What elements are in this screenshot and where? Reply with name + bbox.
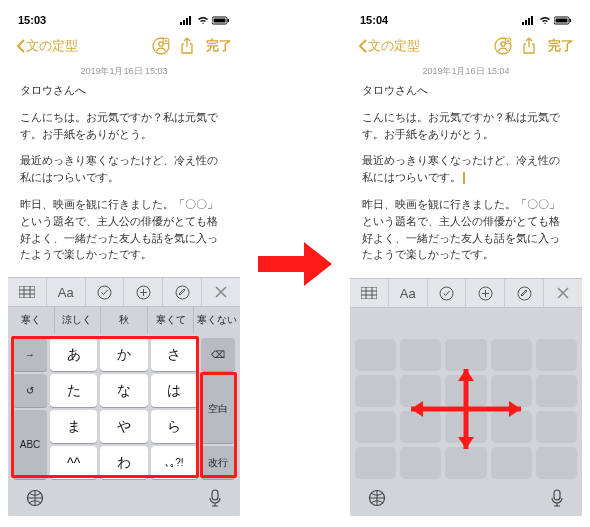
suggestion[interactable]: 涼しく	[55, 307, 102, 333]
kana-keyboard: → あ か さ ⌫ ↺ た な は 空白 ABC ま や ら ^^ わ ､	[10, 335, 238, 482]
svg-rect-22	[556, 18, 568, 22]
mic-icon[interactable]	[208, 489, 222, 511]
text-format-button[interactable]: Aa	[47, 278, 86, 306]
key-delete[interactable]: ⌫	[201, 338, 235, 371]
key-ta[interactable]: た	[50, 374, 97, 407]
close-icon[interactable]	[544, 279, 582, 307]
suggestion[interactable]: 寒くて	[148, 307, 195, 333]
back-label: 文の定型	[368, 37, 420, 55]
signal-icon	[180, 16, 194, 25]
trackpad-area[interactable]	[350, 334, 582, 484]
done-button[interactable]: 完了	[548, 37, 574, 55]
table-icon[interactable]	[350, 279, 389, 307]
key-abc[interactable]: ABC	[13, 410, 47, 479]
text-format-button[interactable]: Aa	[389, 279, 428, 307]
status-indicators	[522, 16, 572, 25]
close-icon[interactable]	[202, 278, 240, 306]
checklist-icon[interactable]	[86, 278, 125, 306]
svg-rect-1	[183, 20, 185, 25]
svg-point-25	[501, 42, 505, 46]
status-bar: 15:04	[350, 11, 582, 29]
svg-rect-18	[525, 20, 527, 25]
phone-left: 15:03 文の定型 完了 2019年1月16日 15:03 タロウさんへ	[8, 11, 240, 516]
add-icon[interactable]	[124, 278, 163, 306]
markup-icon[interactable]	[163, 278, 202, 306]
globe-icon[interactable]	[26, 489, 44, 511]
checklist-icon[interactable]	[428, 279, 467, 307]
svg-point-8	[159, 42, 163, 46]
svg-rect-23	[570, 19, 572, 22]
svg-rect-6	[228, 19, 230, 22]
done-button[interactable]: 完了	[206, 37, 232, 55]
key-sa[interactable]: さ	[151, 338, 198, 371]
suggestion-bar-empty	[350, 308, 582, 334]
phone-right: 15:04 文の定型 完了 2019年1月16日 15:04 タロウさんへ	[350, 11, 582, 516]
chevron-left-icon	[16, 39, 26, 53]
note-paragraph: タロウさんへ	[362, 82, 570, 99]
note-paragraph: 最近めっきり寒くなったけど、冷え性の私にはつらいです。	[362, 152, 570, 186]
note-paragraph: 昨日、映画を観に行きました。「〇〇」という題名で、主人公の俳優がとても格好よく、…	[362, 196, 570, 263]
note-datestamp: 2019年1月16日 15:04	[350, 63, 582, 82]
key-ma[interactable]: ま	[50, 410, 97, 443]
globe-icon[interactable]	[368, 489, 386, 511]
markup-icon[interactable]	[505, 279, 544, 307]
battery-icon	[212, 16, 230, 25]
svg-point-28	[440, 287, 453, 300]
key-undo[interactable]: ↺	[13, 374, 47, 407]
mic-icon[interactable]	[550, 489, 564, 511]
svg-rect-3	[189, 16, 191, 25]
note-content[interactable]: タロウさんへ こんにちは。お元気ですか？私は元気です。お手紙をありがとう。 最近…	[350, 82, 582, 263]
key-na[interactable]: な	[100, 374, 147, 407]
key-ka[interactable]: か	[100, 338, 147, 371]
key-a[interactable]: あ	[50, 338, 97, 371]
keyboard-toolbar: Aa	[350, 278, 582, 308]
key-space[interactable]: 空白	[201, 374, 235, 443]
svg-rect-34	[554, 490, 560, 500]
key-wa[interactable]: わ	[100, 446, 147, 479]
note-paragraph: こんにちは。お元気ですか？私は元気です。お手紙をありがとう。	[20, 109, 228, 143]
transition-arrow-icon	[255, 236, 335, 292]
keyboard-bottom-bar	[350, 484, 582, 516]
note-paragraph: 最近めっきり寒くなったけど、冷え性の私にはつらいです。	[20, 152, 228, 186]
back-label: 文の定型	[26, 37, 78, 55]
keyboard: Aa 寒く 涼しく 秋 寒くて 寒くない → あ か さ ⌫	[8, 277, 240, 516]
suggestion[interactable]: 寒くない	[194, 307, 240, 333]
key-ya[interactable]: や	[100, 410, 147, 443]
back-button[interactable]: 文の定型	[358, 37, 420, 55]
wifi-icon	[197, 16, 209, 25]
status-indicators	[180, 16, 230, 25]
key-enter[interactable]: 改行	[201, 446, 235, 479]
key-ra[interactable]: ら	[151, 410, 198, 443]
key-ha[interactable]: は	[151, 374, 198, 407]
svg-rect-0	[180, 22, 182, 25]
svg-rect-10	[19, 286, 35, 298]
share-icon[interactable]	[516, 33, 542, 59]
status-time: 15:03	[18, 14, 46, 26]
nav-bar: 文の定型 完了	[8, 29, 240, 63]
svg-rect-16	[258, 256, 304, 272]
back-button[interactable]: 文の定型	[16, 37, 78, 55]
chevron-left-icon	[358, 39, 368, 53]
table-icon[interactable]	[8, 278, 47, 306]
key-punct[interactable]: ､｡?!	[151, 446, 198, 479]
text-cursor	[463, 172, 465, 184]
key-arrow[interactable]: →	[13, 338, 47, 371]
svg-rect-2	[186, 18, 188, 25]
battery-icon	[554, 16, 572, 25]
svg-rect-5	[214, 18, 226, 22]
svg-rect-17	[522, 22, 524, 25]
svg-rect-27	[361, 287, 377, 299]
key-face[interactable]: ^^	[50, 446, 97, 479]
note-content[interactable]: タロウさんへ こんにちは。お元気ですか？私は元気です。お手紙をありがとう。 最近…	[8, 82, 240, 263]
add-person-icon[interactable]	[148, 33, 174, 59]
note-paragraph: タロウさんへ	[20, 82, 228, 99]
suggestion[interactable]: 秋	[101, 307, 148, 333]
suggestion[interactable]: 寒く	[8, 307, 55, 333]
suggestion-bar: 寒く 涼しく 秋 寒くて 寒くない	[8, 307, 240, 333]
add-icon[interactable]	[466, 279, 505, 307]
keyboard: Aa	[350, 278, 582, 516]
note-paragraph: 昨日、映画を観に行きました。「〇〇」という題名で、主人公の俳優がとても格好よく、…	[20, 196, 228, 263]
add-person-icon[interactable]	[490, 33, 516, 59]
share-icon[interactable]	[174, 33, 200, 59]
svg-rect-15	[212, 490, 218, 500]
